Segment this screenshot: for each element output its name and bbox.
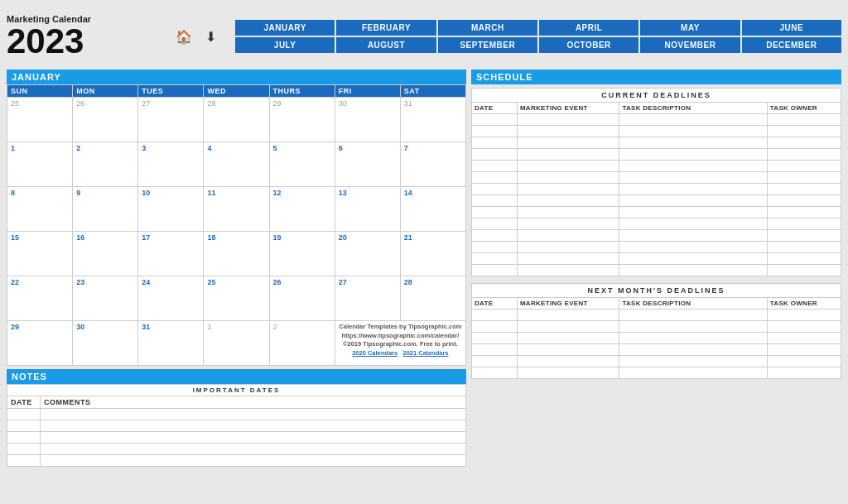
sched-col-event: MARKETING EVENT: [517, 103, 619, 114]
month-row-1: JANUARY FEBRUARY MARCH APRIL MAY JUNE: [235, 20, 841, 36]
calendar-cell[interactable]: 2: [73, 142, 138, 187]
month-btn-june[interactable]: JUNE: [742, 20, 841, 36]
month-btn-october[interactable]: OCTOBER: [539, 37, 638, 53]
month-btn-february[interactable]: FEBRUARY: [336, 20, 436, 36]
table-row: [472, 207, 841, 218]
day-header-sun: SUN: [7, 85, 73, 98]
calendar-cell[interactable]: 16: [73, 232, 138, 276]
credit-copy: ©2019 Tipsographic.com. Free to print.: [343, 340, 458, 348]
table-row: [472, 242, 841, 253]
notes-section: NOTES IMPORTANT DATES DATE COMMENTS: [7, 369, 466, 467]
calendar-cell[interactable]: 25: [7, 98, 73, 142]
calendar-cell[interactable]: 31: [400, 98, 465, 142]
calendar-cell[interactable]: 30: [73, 321, 138, 366]
calendar-cell[interactable]: 3: [138, 142, 204, 187]
table-row: [7, 420, 466, 432]
calendar-cell[interactable]: 20: [335, 232, 400, 276]
calendar-cell[interactable]: 19: [269, 232, 335, 276]
calendar-cell[interactable]: 27: [335, 276, 400, 321]
calendar-section: JANUARY SUN MON TUES WED THURS FRI SAT: [7, 70, 466, 497]
table-row: 1 2 3 4 5 6 7: [7, 142, 466, 187]
table-row: [472, 126, 841, 137]
calendar-cell[interactable]: 13: [335, 187, 400, 232]
sched-next-col-owner: TASK OWNER: [767, 298, 841, 310]
month-btn-january[interactable]: JANUARY: [235, 20, 335, 36]
calendar-cell[interactable]: 1: [7, 142, 73, 187]
sched-next-col-event: MARKETING EVENT: [517, 298, 619, 310]
calendar-cell[interactable]: 30: [335, 98, 400, 142]
calendar-cell[interactable]: 2: [269, 321, 335, 366]
calendar-cell[interactable]: 14: [400, 187, 465, 232]
month-btn-december[interactable]: DECEMBER: [742, 37, 841, 53]
calendar-cell[interactable]: 23: [73, 276, 138, 321]
month-btn-july[interactable]: JULY: [235, 37, 335, 53]
calendar-cell[interactable]: 28: [204, 98, 269, 142]
schedule-section: SCHEDULE CURRENT DEADLINES DATE MARKETIN…: [471, 70, 841, 497]
calendar-cell[interactable]: 7: [400, 142, 465, 187]
calendar-cell[interactable]: 6: [335, 142, 400, 187]
calendar-cell[interactable]: 9: [73, 187, 138, 232]
day-header-mon: MON: [73, 85, 138, 98]
calendar-cell[interactable]: 4: [204, 142, 269, 187]
table-row: [472, 253, 841, 265]
sched-col-date: DATE: [472, 103, 518, 114]
calendar-cell[interactable]: 1: [204, 321, 269, 366]
month-btn-april[interactable]: APRIL: [539, 20, 638, 36]
header-left: Marketing Calendar 2023: [7, 14, 172, 59]
calendar-cell[interactable]: 11: [204, 187, 269, 232]
calendar-cell[interactable]: 24: [138, 276, 204, 321]
next-deadlines-table: NEXT MONTH'S DEADLINES DATE MARKETING EV…: [471, 283, 841, 379]
month-btn-august[interactable]: AUGUST: [336, 37, 436, 53]
sched-next-col-desc: TASK DESCRIPTION: [619, 298, 767, 310]
home-icon[interactable]: 🏠: [172, 25, 195, 48]
important-dates-title-row: IMPORTANT DATES: [7, 385, 466, 396]
month-btn-november[interactable]: NOVEMBER: [640, 37, 740, 53]
content-area: JANUARY SUN MON TUES WED THURS FRI SAT: [7, 70, 841, 497]
calendar-cell[interactable]: 5: [269, 142, 335, 187]
sched-col-desc: TASK DESCRIPTION: [619, 103, 767, 114]
table-row: [472, 333, 841, 344]
calendar-cell[interactable]: 31: [138, 321, 204, 366]
table-row: [7, 432, 466, 444]
table-row: 25 26 27 28 29 30 31: [7, 98, 466, 142]
year-label: 2023: [7, 24, 172, 59]
calendar-cell[interactable]: 26: [269, 276, 335, 321]
calendar-cell[interactable]: 15: [7, 232, 73, 276]
calendar-table: SUN MON TUES WED THURS FRI SAT 25: [7, 84, 466, 366]
header: Marketing Calendar 2023 🏠 ⬇ JANUARY FEBR…: [7, 7, 841, 66]
calendar-block: JANUARY SUN MON TUES WED THURS FRI SAT: [7, 70, 466, 366]
calendar-cell[interactable]: 29: [269, 98, 335, 142]
calendar-cell[interactable]: 22: [7, 276, 73, 321]
calendar-cell[interactable]: 8: [7, 187, 73, 232]
credit-link-2020[interactable]: 2020 Calendars: [352, 349, 398, 357]
credit-link-2021[interactable]: 2021 Calendars: [402, 349, 448, 357]
month-btn-september[interactable]: SEPTEMBER: [438, 37, 537, 53]
table-row: [472, 149, 841, 161]
header-icons: 🏠 ⬇: [172, 25, 222, 48]
table-row: [7, 409, 466, 420]
month-btn-march[interactable]: MARCH: [438, 20, 537, 36]
calendar-cell[interactable]: 28: [400, 276, 465, 321]
important-dates-title: IMPORTANT DATES: [7, 385, 466, 396]
next-deadlines-title-row: NEXT MONTH'S DEADLINES: [472, 284, 841, 298]
calendar-cell[interactable]: 26: [73, 98, 138, 142]
down-icon[interactable]: ⬇: [199, 25, 222, 48]
calendar-cell[interactable]: 21: [400, 232, 465, 276]
table-row: [472, 161, 841, 172]
table-row: [472, 195, 841, 207]
notes-col-date: DATE: [7, 396, 41, 409]
table-row: 8 9 10 11 12 13 14: [7, 187, 466, 232]
table-row: [472, 321, 841, 333]
calendar-cell[interactable]: 10: [138, 187, 204, 232]
calendar-cell[interactable]: 18: [204, 232, 269, 276]
table-row: 29 30 31 1 2 Calendar Templates by Tipso…: [7, 321, 466, 366]
calendar-cell[interactable]: 12: [269, 187, 335, 232]
calendar-cell[interactable]: 17: [138, 232, 204, 276]
day-header-sat: SAT: [400, 85, 465, 98]
notes-col-comments: COMMENTS: [41, 396, 466, 409]
calendar-cell[interactable]: 27: [138, 98, 204, 142]
calendar-cell[interactable]: 25: [204, 276, 269, 321]
calendar-cell[interactable]: 29: [7, 321, 73, 366]
month-btn-may[interactable]: MAY: [640, 20, 740, 36]
main-container: Marketing Calendar 2023 🏠 ⬇ JANUARY FEBR…: [0, 0, 848, 504]
